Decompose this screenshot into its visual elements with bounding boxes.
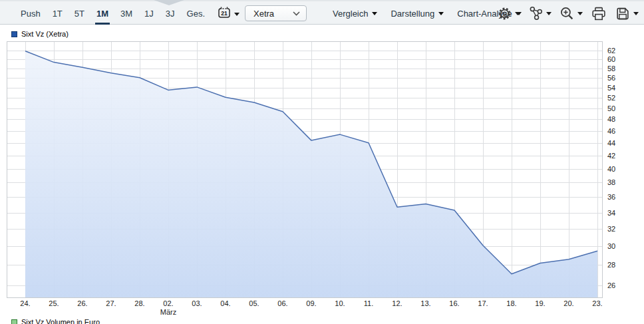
x-axis-label: 11. [357, 299, 380, 308]
y-axis-label: 46 [607, 127, 625, 135]
x-axis-label: 09. [300, 299, 323, 308]
x-axis-month-label: März [155, 308, 182, 317]
x-axis-label: 12. [386, 299, 408, 308]
chart-tool-page: { "top_strip": { "segments": [ {"name": … [0, 0, 644, 324]
price-chart-plot[interactable] [0, 0, 644, 324]
y-axis-label: 58 [607, 65, 625, 73]
y-axis-label: 52 [607, 94, 625, 102]
volume-series-label: Sixt Vz Volumen in Euro [21, 318, 100, 324]
x-axis-label: 20. [558, 299, 580, 308]
y-axis-label: 32 [607, 225, 625, 233]
x-axis-label: 02. [157, 299, 180, 308]
volume-series-legend: Sixt Vz Volumen in Euro [11, 318, 100, 324]
y-axis-label: 56 [607, 74, 625, 82]
x-axis-label: 28. [128, 299, 151, 308]
y-axis-label: 48 [607, 115, 625, 123]
y-axis-label: 28 [607, 261, 625, 269]
y-axis-label: 42 [607, 152, 625, 160]
y-axis-label: 54 [607, 84, 625, 92]
y-axis-label: 38 [607, 178, 625, 186]
y-axis-label: 34 [607, 209, 625, 217]
x-axis-label: 16. [443, 299, 466, 308]
y-axis-label: 26 [607, 281, 625, 289]
y-axis-label: 62 [607, 47, 625, 55]
y-axis-label: 50 [607, 104, 625, 112]
y-axis-label: 44 [607, 139, 625, 147]
volume-series-swatch [11, 319, 17, 324]
x-axis-label: 13. [414, 299, 437, 308]
x-axis-label: 24. [14, 299, 37, 308]
x-axis-label: 06. [271, 299, 294, 308]
x-axis-label: 27. [100, 299, 122, 308]
y-axis-label: 30 [607, 242, 625, 250]
y-axis-label: 36 [607, 193, 625, 201]
y-axis-label: 40 [607, 165, 625, 173]
x-axis-label: 26. [71, 299, 94, 308]
x-axis-label: 04. [214, 299, 237, 308]
x-axis-label: 17. [472, 299, 494, 308]
y-axis-label: 60 [607, 55, 625, 63]
x-axis-label: 23. [586, 299, 609, 308]
x-axis-label: 18. [500, 299, 523, 308]
x-axis-label: 19. [529, 299, 552, 308]
x-axis-label: 10. [329, 299, 351, 308]
x-axis-label: 25. [43, 299, 65, 308]
x-axis-label: 03. [186, 299, 208, 308]
x-axis-label: 05. [243, 299, 265, 308]
